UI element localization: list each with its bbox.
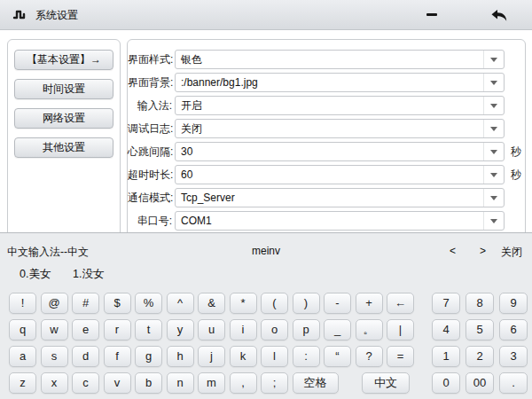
key-q[interactable]: q [9,319,36,340]
form-row-input-method: 输入法: 开启 [128,96,525,115]
combo-ui-background[interactable]: :/banner/bg1.jpg [175,73,505,92]
back-button[interactable] [488,4,511,26]
chevron-down-icon[interactable] [483,120,504,137]
key-hash[interactable]: # [72,293,99,314]
key-cn-period[interactable]: 。 [356,319,383,340]
combo-ui-style[interactable]: 银色 [175,50,505,69]
field-label: 串口号: [128,211,172,231]
key-e[interactable]: e [72,319,99,340]
key-at[interactable]: @ [41,293,68,314]
key-s[interactable]: s [41,346,68,367]
key-ampersand[interactable]: & [198,293,225,314]
key-00[interactable]: 00 [466,372,494,394]
chevron-down-icon[interactable] [483,143,504,160]
chevron-down-icon[interactable] [483,212,504,230]
candidate-item[interactable]: 1.没女 [73,267,104,282]
key-6[interactable]: 6 [499,319,528,340]
sidebar-item-network-settings[interactable]: 网络设置 [14,108,113,129]
key-o[interactable]: o [261,319,288,340]
combo-value: 关闭 [181,120,202,137]
chevron-down-icon[interactable] [483,189,504,207]
key-9[interactable]: 9 [499,293,528,314]
key-8[interactable]: 8 [466,293,494,314]
ime-close-button[interactable]: 关闭 [501,245,522,260]
key-comma[interactable]: , [230,372,257,394]
key-0[interactable]: 0 [432,372,460,394]
key-pipe[interactable]: | [387,319,414,340]
key-d[interactable]: d [72,346,99,367]
field-label: 超时时长: [128,165,172,184]
combo-debug-log[interactable]: 关闭 [175,119,505,138]
key-1[interactable]: 1 [432,346,460,367]
key-minus[interactable]: - [324,293,351,314]
back-arrow-icon [490,9,508,22]
combo-input-method[interactable]: 开启 [175,96,505,115]
key-question[interactable]: ? [356,346,383,367]
combo-value: :/banner/bg1.jpg [181,74,258,91]
key-exclaim[interactable]: ! [9,293,36,314]
combo-serial-port[interactable]: COM1 [175,211,505,231]
minimize-button[interactable] [422,4,442,25]
chevron-down-icon[interactable] [483,74,504,91]
key-v[interactable]: v [104,372,131,394]
key-underscore[interactable]: _ [324,319,351,340]
key-asterisk[interactable]: * [230,293,257,314]
key-i[interactable]: i [230,319,257,340]
key-m[interactable]: m [198,372,225,394]
key-j[interactable]: j [198,346,225,367]
key-semicolon[interactable]: ; [261,372,288,394]
combo-value: 60 [181,166,192,184]
key-dot[interactable]: . [499,372,528,394]
numpad-row: 000. [432,372,528,394]
key-p[interactable]: p [293,319,320,340]
key-paren-left[interactable]: ( [261,293,288,314]
key-dollar[interactable]: $ [104,293,131,314]
key-colon[interactable]: : [293,346,320,367]
key-l[interactable]: l [261,346,288,367]
combo-heartbeat-interval[interactable]: 30 [175,142,505,161]
combo-comm-mode[interactable]: Tcp_Server [175,188,505,207]
key-quote[interactable]: “ [324,346,351,367]
ime-prev-page-button[interactable]: < [446,245,459,257]
key-h[interactable]: h [167,346,194,367]
key-g[interactable]: g [135,346,162,367]
ime-next-page-button[interactable]: > [476,245,489,257]
key-5[interactable]: 5 [466,319,494,340]
key-w[interactable]: w [41,319,68,340]
chevron-down-icon[interactable] [483,51,504,68]
sidebar-item-time-settings[interactable]: 时间设置 [14,79,113,99]
key-u[interactable]: u [198,319,225,340]
key-2[interactable]: 2 [466,346,494,367]
key-t[interactable]: t [135,319,162,340]
chevron-down-icon[interactable] [483,166,504,184]
key-3[interactable]: 3 [499,346,528,367]
key-r[interactable]: r [104,319,131,340]
chevron-down-icon[interactable] [483,97,504,114]
key-paren-right[interactable]: ) [293,293,320,314]
numpad-row: 789 [432,293,528,314]
key-k[interactable]: k [230,346,257,367]
key-c[interactable]: c [72,372,99,394]
key-equals[interactable]: = [387,346,414,367]
key-plus[interactable]: + [356,293,383,314]
key-y[interactable]: y [167,319,194,340]
key-backspace[interactable]: ← [387,293,414,314]
key-chinese-mode[interactable]: 中文 [362,372,410,394]
key-caret[interactable]: ^ [167,293,194,314]
key-7[interactable]: 7 [432,293,460,314]
key-4[interactable]: 4 [432,319,460,340]
sidebar-item-basic-settings[interactable]: 【基本设置】→ [14,50,113,70]
key-n[interactable]: n [167,372,194,394]
candidate-item[interactable]: 0.美女 [20,267,51,282]
key-f[interactable]: f [104,346,131,367]
key-space[interactable]: 空格 [293,372,339,394]
field-label: 输入法: [128,96,172,115]
key-a[interactable]: a [9,346,36,367]
key-z[interactable]: z [9,372,36,394]
key-percent[interactable]: % [135,293,162,314]
key-x[interactable]: x [41,372,68,394]
combo-timeout[interactable]: 60 [175,165,505,184]
sidebar-item-other-settings[interactable]: 其他设置 [14,137,113,158]
key-b[interactable]: b [135,372,162,394]
field-label: 通信模式: [128,188,172,207]
